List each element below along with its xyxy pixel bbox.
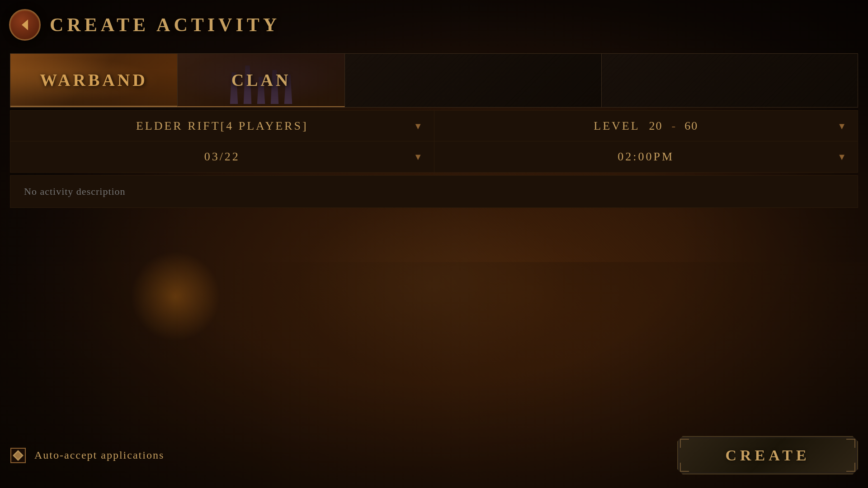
tab-empty-2[interactable] [602, 54, 858, 107]
description-section [10, 175, 858, 208]
bottom-area: Auto-accept applications CREATE [10, 436, 858, 474]
create-button[interactable]: CREATE [677, 436, 858, 474]
time-dropdown[interactable]: 02:00PM ▼ [434, 141, 858, 172]
page-title: CREATE ACTIVITY [50, 14, 280, 36]
tab-clan[interactable]: CLAN [178, 54, 345, 107]
bg-glow-center [298, 195, 570, 376]
corner-br [846, 463, 855, 472]
checkbox-svg [10, 447, 26, 464]
level-dropdown-arrow: ▼ [837, 121, 846, 131]
level-dash: - [672, 119, 676, 133]
tab-row: WARBAND CLAN [10, 53, 858, 108]
main-content: WARBAND CLAN ELDER RIFT[4 PLAYERS] [10, 53, 858, 208]
tab-warband[interactable]: WARBAND [10, 54, 178, 107]
activity-value: ELDER RIFT[4 PLAYERS] [136, 119, 308, 133]
checkbox-icon [10, 447, 26, 464]
tab-empty-1[interactable] [345, 54, 602, 107]
description-input[interactable] [10, 176, 858, 207]
corner-bl [680, 463, 689, 472]
level-max: 60 [684, 119, 698, 133]
tab-clan-label: CLAN [231, 70, 291, 90]
activity-dropdown-arrow: ▼ [414, 121, 423, 131]
level-min: 20 [649, 119, 663, 133]
time-dropdown-arrow: ▼ [837, 152, 846, 162]
level-range-dropdown[interactable]: LEVEL 20 - 60 ▼ [434, 111, 858, 141]
form-section: ELDER RIFT[4 PLAYERS] ▼ LEVEL 20 - 60 ▼ … [10, 110, 858, 173]
create-button-label: CREATE [725, 447, 810, 464]
corner-tr [846, 439, 855, 448]
row-activity-level: ELDER RIFT[4 PLAYERS] ▼ LEVEL 20 - 60 ▼ [10, 111, 858, 141]
level-label: LEVEL [594, 119, 640, 133]
auto-accept-label: Auto-accept applications [34, 449, 164, 461]
activity-dropdown[interactable]: ELDER RIFT[4 PLAYERS] ▼ [10, 111, 434, 141]
tab-warband-label: WARBAND [40, 70, 147, 90]
bg-glow-amber [130, 251, 221, 342]
back-button[interactable] [9, 9, 41, 41]
date-dropdown-arrow: ▼ [414, 152, 423, 162]
row-date-time: 03/22 ▼ 02:00PM ▼ [10, 141, 858, 172]
corner-tl [680, 439, 689, 448]
header: CREATE ACTIVITY [9, 9, 280, 41]
date-value: 03/22 [204, 150, 240, 164]
back-arrow-icon [18, 18, 32, 32]
date-dropdown[interactable]: 03/22 ▼ [10, 141, 434, 172]
svg-marker-0 [22, 19, 28, 30]
time-value: 02:00PM [618, 150, 674, 164]
auto-accept-toggle[interactable]: Auto-accept applications [10, 447, 164, 464]
